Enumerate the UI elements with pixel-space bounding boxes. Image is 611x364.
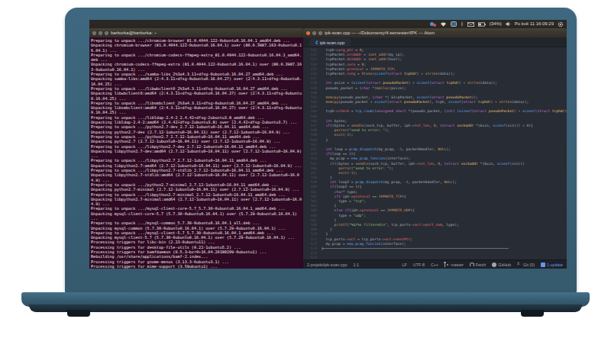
- cpp-file-icon: C: [315, 40, 318, 45]
- github-icon: [492, 263, 496, 267]
- atom-maximize-button[interactable]: [318, 31, 322, 35]
- status-right-group: LFUTF-8C++masterFetchGitHubGit (0)1 upda…: [402, 263, 564, 267]
- battery-icon[interactable]: [478, 22, 486, 27]
- laptop-foot-right: [521, 310, 544, 317]
- terminal-output: Preparing to unpack .../chromium-browser…: [91, 38, 302, 269]
- status-cursor-position[interactable]: 1:1: [353, 263, 359, 267]
- status-label: master: [451, 263, 463, 267]
- editor-gutter: 5315325335345355365375385395405415425435…: [303, 48, 317, 259]
- keyboard-layout-icon[interactable]: [451, 21, 457, 27]
- terminal-window: barborka@barborka: ~ Preparing to unpack…: [89, 28, 303, 269]
- editor-code: tcph->urg_ptr = 0; tcpPacket.srcAddr = i…: [322, 48, 567, 259]
- app-indicator-icon[interactable]: [430, 21, 436, 27]
- atom-tab-bar: C ipk-scan.cpp: [303, 37, 567, 47]
- laptop-bottom-edge: [29, 304, 582, 312]
- wifi-icon[interactable]: [440, 21, 447, 27]
- status-label: 1 update: [547, 263, 563, 267]
- status-label: GitHub: [498, 263, 511, 267]
- branch-icon: [445, 263, 449, 267]
- gitdiff-icon: [517, 263, 522, 267]
- terminal-close-button[interactable]: [92, 31, 96, 35]
- code-editor[interactable]: 5315325335345355365375385395405415425435…: [303, 47, 567, 259]
- status-github[interactable]: GitHub: [492, 263, 511, 267]
- status-label: C++: [431, 263, 438, 267]
- status-label: Fetch: [476, 263, 486, 267]
- code-line: tcph->check = tcp_csum((unsigned short *…: [322, 109, 567, 114]
- fetch-icon: [470, 263, 474, 267]
- terminal-title: barborka@barborka: ~: [111, 31, 157, 35]
- terminal-titlebar[interactable]: barborka@barborka: ~: [89, 28, 303, 37]
- status-master[interactable]: master: [445, 263, 463, 267]
- status-git-0-[interactable]: Git (0): [517, 263, 535, 267]
- status-utf-8[interactable]: UTF-8: [413, 263, 425, 267]
- ubuntu-top-panel: (34%) Po kvě 11 16:09:29: [89, 20, 567, 28]
- status-fetch[interactable]: Fetch: [470, 263, 486, 267]
- laptop-foot-left: [67, 310, 90, 317]
- tab-ipk-scan[interactable]: C ipk-scan.cpp: [309, 38, 351, 47]
- status-label: UTF-8: [413, 263, 425, 267]
- horizontal-scrollbar[interactable]: [322, 248, 509, 250]
- status-label: LF: [402, 263, 407, 267]
- status-lf[interactable]: LF: [402, 263, 407, 267]
- update-icon: [541, 263, 545, 267]
- laptop-display: (34%) Po kvě 11 16:09:29 barborka@barbor…: [89, 20, 567, 269]
- atom-window-title: ipk-scan.cpp — ~/Dokumenty/4.semester/IP…: [325, 31, 435, 35]
- status-c-[interactable]: C++: [431, 263, 438, 267]
- status-file-path[interactable]: 2.projekt/ipk-scan.cpp: [307, 263, 347, 267]
- battery-percentage[interactable]: (34%): [490, 20, 502, 28]
- atom-window: ipk-scan.cpp — ~/Dokumenty/4.semester/IP…: [303, 28, 567, 269]
- status-1-update[interactable]: 1 update: [541, 263, 563, 267]
- laptop-screen-bezel: (34%) Po kvě 11 16:09:29 barborka@barbor…: [65, 8, 577, 293]
- atom-titlebar[interactable]: ipk-scan.cpp — ~/Dokumenty/4.semester/IP…: [303, 28, 567, 37]
- volume-icon[interactable]: [506, 21, 511, 27]
- terminal-maximize-button[interactable]: [105, 31, 108, 35]
- clock[interactable]: Po kvě 11 16:09:29: [515, 20, 554, 28]
- terminal-body[interactable]: Preparing to unpack .../chromium-browser…: [89, 37, 303, 269]
- bluetooth-icon[interactable]: [461, 21, 464, 27]
- status-label: Git (0): [523, 263, 535, 267]
- session-gear-icon[interactable]: [558, 21, 564, 27]
- mail-icon[interactable]: [467, 22, 474, 27]
- tab-label: ipk-scan.cpp: [320, 40, 345, 45]
- terminal-minimize-button[interactable]: [99, 31, 102, 35]
- atom-minimize-button[interactable]: [312, 31, 316, 35]
- atom-status-bar: 2.projekt/ipk-scan.cpp 1:1 LFUTF-8C++mas…: [303, 259, 567, 269]
- atom-close-button[interactable]: [306, 31, 310, 35]
- laptop-mockup: (34%) Po kvě 11 16:09:29 barborka@barbor…: [0, 0, 611, 364]
